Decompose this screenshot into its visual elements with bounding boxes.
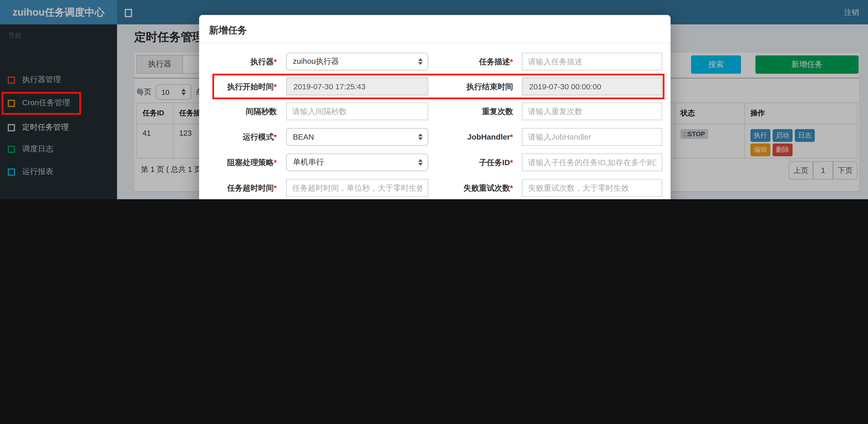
form-row-interval: 间隔秒数 重复次数 [199,103,671,120]
form-row-exec-time: 执行开始时间* 2019-07-30 17:25:43 执行结束时间 2019-… [199,77,671,95]
job-handler-label: JobHandler* [409,128,513,146]
child-job-input[interactable] [522,153,662,171]
interval-input[interactable] [286,103,428,120]
job-desc-input[interactable] [522,53,662,70]
glue-type-label: 运行模式* [205,128,277,146]
block-strategy-select[interactable]: 单机串行 [286,153,428,171]
repeat-count-input[interactable] [522,103,662,120]
job-desc-label: 任务描述* [409,53,513,70]
executor-label: 执行器* [205,53,277,70]
form-row-glue-type: 运行模式* BEAN JobHandler* [199,128,671,146]
form-row-executor: 执行器* zuihou执行器 任务描述* [199,53,671,70]
end-time-label: 执行结束时间 [409,77,513,95]
repeat-count-label: 重复次数 [409,103,513,120]
timeout-input[interactable] [286,179,428,197]
retry-label: 失败重试次数* [409,179,513,197]
retry-input[interactable] [522,179,662,197]
end-time-input[interactable]: 2019-07-30 00:00:00 [522,77,662,95]
job-handler-input[interactable] [522,128,662,146]
add-task-modal: 新增任务 执行器* zuihou执行器 任务描述* 执行开始时间* 2019-0… [199,15,671,199]
executor-select[interactable]: zuihou执行器 [286,53,428,70]
glue-type-select[interactable]: BEAN [286,128,428,146]
start-time-input[interactable]: 2019-07-30 17:25:43 [286,77,428,95]
form-row-block-strategy: 阻塞处理策略* 单机串行 子任务ID* [199,153,671,171]
modal-title: 新增任务 [209,24,247,36]
modal-header-divider [199,43,671,43]
screen: zuihou任务调度中心 注销 导航 执行器管理 Cron任务管理 定时任务管理… [0,0,868,199]
start-time-label: 执行开始时间* [205,77,277,95]
interval-label: 间隔秒数 [205,103,277,120]
timeout-label: 任务超时时间* [205,179,277,197]
child-job-label: 子任务ID* [409,153,513,171]
block-strategy-label: 阻塞处理策略* [205,153,277,171]
form-row-timeout: 任务超时时间* 失败重试次数* [199,179,671,197]
